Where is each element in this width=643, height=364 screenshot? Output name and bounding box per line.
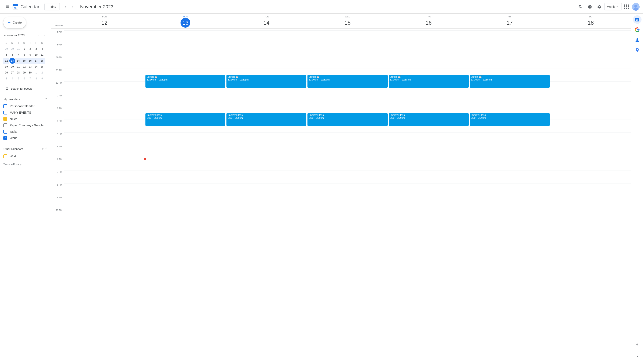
- today-button[interactable]: Today: [45, 3, 60, 10]
- mini-day-11[interactable]: 11: [39, 52, 45, 58]
- right-maps-icon[interactable]: [633, 46, 641, 54]
- day-col-mon[interactable]: Lunch 🍜11:30am – 12:30pmImprov Class2:30…: [145, 29, 226, 222]
- mini-cal-next[interactable]: ›: [42, 32, 48, 38]
- lunch-event-col3[interactable]: Lunch 🍜11:30am – 12:30pm: [307, 75, 387, 88]
- mini-day-5o[interactable]: 5: [15, 76, 21, 82]
- day-col-tue[interactable]: Lunch 🍜11:30am – 12:30pmImprov Class2:30…: [226, 29, 307, 222]
- day-col-wed[interactable]: Lunch 🍜11:30am – 12:30pmImprov Class2:30…: [307, 29, 388, 222]
- mini-day-25[interactable]: 25: [39, 64, 45, 70]
- mini-day-9o[interactable]: 9: [39, 76, 45, 82]
- mini-cal-prev[interactable]: ‹: [35, 32, 41, 38]
- mini-day-22[interactable]: 22: [21, 64, 27, 70]
- right-add-button[interactable]: +: [633, 340, 641, 349]
- next-button[interactable]: ›: [69, 3, 77, 10]
- improv-event-col5[interactable]: Improv Class2:30 – 3:30pm: [470, 113, 550, 126]
- many-events-checkbox[interactable]: [4, 111, 7, 114]
- personal-cal-checkbox[interactable]: [4, 104, 7, 108]
- day-col-thu[interactable]: Lunch 🍜11:30am – 12:30pmImprov Class2:30…: [388, 29, 469, 222]
- lunch-event-col2[interactable]: Lunch 🍜11:30am – 12:30pm: [227, 75, 306, 88]
- mini-day-8[interactable]: 8: [21, 52, 27, 58]
- mini-day-6o[interactable]: 6: [21, 76, 27, 82]
- mini-day-1[interactable]: 1: [21, 46, 27, 52]
- user-avatar[interactable]: [632, 3, 639, 10]
- mini-day-20[interactable]: 20: [9, 64, 15, 70]
- day-num-15[interactable]: 15: [343, 18, 352, 28]
- mini-day-10[interactable]: 10: [33, 52, 39, 58]
- mini-day-4o[interactable]: 4: [9, 76, 15, 82]
- mini-day-8o[interactable]: 8: [33, 76, 39, 82]
- day-num-14[interactable]: 14: [262, 18, 271, 28]
- mini-day-2o2[interactable]: 2: [39, 70, 45, 76]
- my-calendars-collapse-icon[interactable]: ⌃: [45, 97, 48, 101]
- mini-day-12[interactable]: 12: [4, 58, 9, 64]
- mini-day-17[interactable]: 17: [33, 58, 39, 64]
- mini-day-16[interactable]: 16: [27, 58, 33, 64]
- right-person-icon[interactable]: [633, 36, 641, 44]
- day-num-18[interactable]: 18: [586, 18, 596, 28]
- mini-day-7[interactable]: 7: [15, 52, 21, 58]
- mini-day-6[interactable]: 6: [9, 52, 15, 58]
- lunch-event-col5[interactable]: Lunch 🍜11:30am – 12:30pm: [470, 75, 550, 88]
- settings-button[interactable]: [595, 2, 603, 11]
- my-calendars-header[interactable]: My calendars ⌃: [4, 96, 48, 103]
- mini-day-29o[interactable]: 29: [4, 46, 9, 52]
- right-google-icon[interactable]: [633, 26, 641, 34]
- add-other-calendar-icon[interactable]: +: [42, 146, 44, 152]
- mini-day-3[interactable]: 3: [33, 46, 39, 52]
- view-select[interactable]: Week: [604, 3, 622, 10]
- help-button[interactable]: [586, 2, 594, 11]
- day-col-sat[interactable]: [550, 29, 631, 222]
- mini-day-13[interactable]: 13: [9, 58, 15, 64]
- calendar-item-work[interactable]: Work: [4, 135, 48, 141]
- mini-day-2[interactable]: 2: [27, 46, 33, 52]
- day-num-12[interactable]: 12: [100, 18, 109, 28]
- other-work-checkbox[interactable]: [4, 154, 7, 158]
- mini-day-27[interactable]: 27: [9, 70, 15, 76]
- mini-day-23[interactable]: 23: [27, 64, 33, 70]
- create-button[interactable]: + Create: [4, 17, 26, 28]
- tasks-checkbox[interactable]: [4, 130, 7, 134]
- new-checkbox[interactable]: [4, 117, 7, 121]
- mini-day-15[interactable]: 15: [21, 58, 27, 64]
- mini-day-19[interactable]: 19: [4, 64, 9, 70]
- day-num-16[interactable]: 16: [424, 18, 434, 28]
- day-num-13[interactable]: 13: [180, 18, 190, 28]
- right-cal-icon[interactable]: 13: [633, 15, 641, 24]
- menu-button[interactable]: [4, 2, 12, 11]
- mini-day-18[interactable]: 18: [39, 58, 45, 64]
- mini-day-30o[interactable]: 30: [9, 46, 15, 52]
- improv-event-col1[interactable]: Improv Class2:30 – 3:30pm: [145, 113, 226, 126]
- day-col-fri[interactable]: Lunch 🍜11:30am – 12:30pmImprov Class2:30…: [469, 29, 550, 222]
- privacy-link[interactable]: Privacy: [13, 163, 22, 166]
- other-calendars-collapse-icon[interactable]: ⌃: [45, 147, 48, 151]
- calendar-item-new[interactable]: NEW: [4, 116, 48, 122]
- work-checkbox[interactable]: [4, 136, 7, 140]
- day-col-sun[interactable]: [64, 29, 145, 222]
- mini-day-24[interactable]: 24: [33, 64, 39, 70]
- calendar-item-paper-company[interactable]: Paper Company - Google: [4, 122, 48, 128]
- terms-link[interactable]: Terms: [4, 163, 11, 166]
- time-grid[interactable]: 8 AM9 AM10 AM11 AM12 PM1 PM2 PM3 PM4 PM5…: [51, 29, 631, 364]
- mini-day-4[interactable]: 4: [39, 46, 45, 52]
- mini-day-9[interactable]: 9: [27, 52, 33, 58]
- mini-day-7o[interactable]: 7: [27, 76, 33, 82]
- mini-day-1o2[interactable]: 1: [33, 70, 39, 76]
- mini-day-3o[interactable]: 3: [4, 76, 9, 82]
- paper-company-checkbox[interactable]: [4, 124, 7, 127]
- other-calendars-header[interactable]: Other calendars + ⌃: [4, 145, 48, 153]
- mini-day-29[interactable]: 29: [21, 70, 27, 76]
- other-calendar-item-work[interactable]: Work: [4, 153, 48, 160]
- mini-day-26[interactable]: 26: [4, 70, 9, 76]
- calendar-item-tasks[interactable]: Tasks: [4, 128, 48, 135]
- mini-day-5[interactable]: 5: [4, 52, 9, 58]
- search-button[interactable]: [576, 2, 585, 11]
- calendar-item-personal[interactable]: Personal Calendar: [4, 103, 48, 109]
- mini-day-31o[interactable]: 31: [15, 46, 21, 52]
- prev-button[interactable]: ‹: [62, 3, 69, 10]
- calendar-item-many-events[interactable]: MANY EVENTS: [4, 109, 48, 116]
- right-expand-icon[interactable]: [633, 352, 641, 360]
- improv-event-col3[interactable]: Improv Class2:30 – 3:30pm: [307, 113, 387, 126]
- mini-day-30[interactable]: 30: [27, 70, 33, 76]
- apps-button[interactable]: [622, 2, 631, 11]
- day-num-17[interactable]: 17: [505, 18, 515, 28]
